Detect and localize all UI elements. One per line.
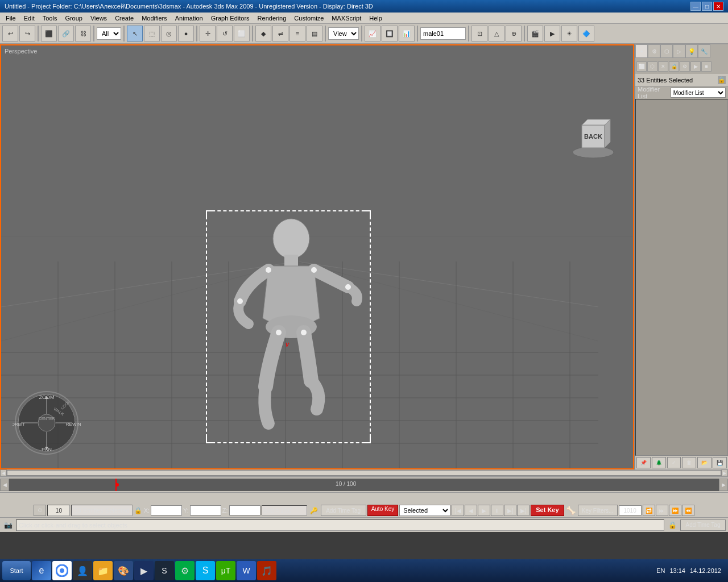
- panel-tab-utilities[interactable]: 🔧: [698, 44, 710, 58]
- snap-button-3[interactable]: ⊕: [506, 26, 522, 41]
- auto-key-button[interactable]: Auto Key: [367, 505, 399, 516]
- pin-stack-button[interactable]: 📌: [636, 457, 651, 468]
- panel-icon-5[interactable]: ⚙: [680, 61, 690, 72]
- panel-icon-3[interactable]: ✕: [658, 61, 668, 72]
- z-coord-field[interactable]: [229, 505, 260, 516]
- undo-button[interactable]: ↩: [2, 26, 18, 41]
- menu-customize[interactable]: Customize: [291, 14, 327, 23]
- rotate-button[interactable]: ↺: [217, 26, 233, 41]
- panel-tab-create[interactable]: ✦: [635, 44, 648, 58]
- pivot-button[interactable]: ◆: [255, 26, 271, 41]
- taskbar-word[interactable]: W: [237, 561, 256, 580]
- panel-tab-motion[interactable]: ▷: [673, 44, 685, 58]
- activeshade-button[interactable]: ☀: [561, 26, 577, 41]
- add-time-tag-bottom-button[interactable]: Add Time Tag: [680, 519, 726, 531]
- curve-editor-button[interactable]: 📈: [365, 26, 380, 41]
- go-end-button[interactable]: ▶|: [517, 505, 530, 516]
- material-editor-button[interactable]: 🔷: [578, 26, 594, 41]
- show-result-button[interactable]: ✓: [667, 457, 681, 468]
- key-filters-button[interactable]: Key Filters...: [578, 505, 618, 516]
- move-button[interactable]: ✛: [200, 26, 216, 41]
- panel-lock-button[interactable]: 🔒: [718, 76, 726, 84]
- menu-create[interactable]: Create: [111, 14, 137, 23]
- save-mod-button[interactable]: 💾: [713, 457, 727, 468]
- panel-icon-7[interactable]: ■: [701, 61, 712, 72]
- panel-icon-2[interactable]: ⬡: [647, 61, 657, 72]
- timeline-track[interactable]: 10 / 100: [9, 479, 719, 491]
- snap-button-1[interactable]: ⊡: [471, 26, 487, 41]
- taskbar-folder[interactable]: 📁: [93, 561, 113, 580]
- go-start-button[interactable]: |◀: [452, 505, 464, 516]
- taskbar-app4[interactable]: ⚙: [175, 561, 195, 580]
- close-button[interactable]: ✕: [713, 2, 723, 11]
- redo-button[interactable]: ↪: [19, 26, 35, 41]
- panel-icon-6[interactable]: ▶: [690, 61, 701, 72]
- panel-icon-4[interactable]: 🔒: [669, 61, 679, 72]
- extra-btn-3[interactable]: ⏩: [669, 505, 681, 516]
- add-time-tag-button[interactable]: Add Time Tag: [321, 505, 366, 516]
- menu-file[interactable]: File: [2, 14, 19, 23]
- snap-button-2[interactable]: △: [489, 26, 504, 41]
- align-button[interactable]: ≡: [289, 26, 305, 41]
- stop-button[interactable]: ⏸: [491, 505, 503, 516]
- panel-tab-modify[interactable]: ⚙: [648, 44, 660, 58]
- filter-dropdown[interactable]: All: [97, 27, 121, 40]
- scroll-thumb[interactable]: [7, 470, 721, 476]
- panel-tab-display[interactable]: 💡: [685, 44, 698, 58]
- menu-views[interactable]: Views: [87, 14, 110, 23]
- layer-button[interactable]: ▤: [307, 26, 322, 41]
- select-button[interactable]: ↖: [127, 26, 143, 41]
- menu-tools[interactable]: Tools: [39, 14, 61, 23]
- unlink-button[interactable]: ⛓: [75, 26, 91, 41]
- select-region-button[interactable]: ⬚: [144, 26, 160, 41]
- panel-tab-hierarchy[interactable]: ⬡: [660, 44, 673, 58]
- modifier-list-dropdown[interactable]: Modifier List: [671, 88, 726, 98]
- menu-graph-editors[interactable]: Graph Editors: [208, 14, 253, 23]
- play-button[interactable]: ▶: [478, 505, 490, 516]
- menu-rendering[interactable]: Rendering: [254, 14, 290, 23]
- render-scene-button[interactable]: 🎬: [527, 26, 543, 41]
- load-mod-button[interactable]: 📂: [697, 457, 712, 468]
- object-name-field[interactable]: [420, 27, 466, 40]
- menu-modifiers[interactable]: Modifiers: [138, 14, 171, 23]
- menu-help[interactable]: Help: [366, 14, 386, 23]
- menu-edit[interactable]: Edit: [20, 14, 38, 23]
- track-view-button[interactable]: 📊: [399, 26, 415, 41]
- set-key-button[interactable]: Set Key: [531, 505, 564, 516]
- modifier-stack-area[interactable]: [635, 99, 728, 456]
- viewport[interactable]: Perspective: [0, 44, 634, 469]
- link-button[interactable]: 🔗: [58, 26, 74, 41]
- time-config-btn[interactable]: ⏱: [34, 505, 46, 516]
- taskbar-ie[interactable]: e: [32, 561, 51, 580]
- render-button[interactable]: ▶: [544, 26, 560, 41]
- loop-button[interactable]: 🔁: [643, 505, 655, 516]
- select-paint-button[interactable]: ●: [178, 26, 194, 41]
- taskbar-skype[interactable]: S: [196, 561, 215, 580]
- view-dropdown[interactable]: View: [328, 27, 359, 40]
- nav-cube[interactable]: BACK: [570, 114, 616, 159]
- start-button[interactable]: Start: [2, 561, 31, 580]
- view-compass[interactable]: ZOOM PAN ORBIT REWIND CENTER WALK LOOK: [13, 389, 81, 457]
- x-coord-field[interactable]: [151, 505, 182, 516]
- show-tree-button[interactable]: 🌲: [652, 457, 666, 468]
- mirror-button[interactable]: ⇌: [272, 26, 288, 41]
- selected-dropdown[interactable]: Selected: [399, 505, 450, 516]
- taskbar-chrome[interactable]: [52, 561, 72, 580]
- timeline-prev-button[interactable]: ◀: [0, 479, 9, 491]
- y-coord-field[interactable]: [190, 505, 221, 516]
- menu-group[interactable]: Group: [61, 14, 86, 23]
- scroll-right-arrow[interactable]: ▶: [721, 469, 728, 476]
- next-frame-button[interactable]: ▶|: [504, 505, 516, 516]
- maximize-button[interactable]: □: [702, 2, 712, 11]
- scale-button[interactable]: ⬜: [234, 26, 250, 41]
- panel-icon-1[interactable]: ⬜: [636, 61, 647, 72]
- frame-input-field[interactable]: 1010: [619, 505, 642, 516]
- taskbar-app2[interactable]: 🎨: [114, 561, 133, 580]
- extra-btn-2[interactable]: ⏭: [656, 505, 668, 516]
- taskbar-steam[interactable]: S: [155, 561, 174, 580]
- select-lasso-button[interactable]: ◎: [161, 26, 177, 41]
- taskbar-app5[interactable]: 🎵: [257, 561, 276, 580]
- taskbar-app3[interactable]: ▶: [134, 561, 154, 580]
- scroll-left-arrow[interactable]: ◀: [0, 469, 7, 476]
- extra-btn-4[interactable]: ⏪: [682, 505, 694, 516]
